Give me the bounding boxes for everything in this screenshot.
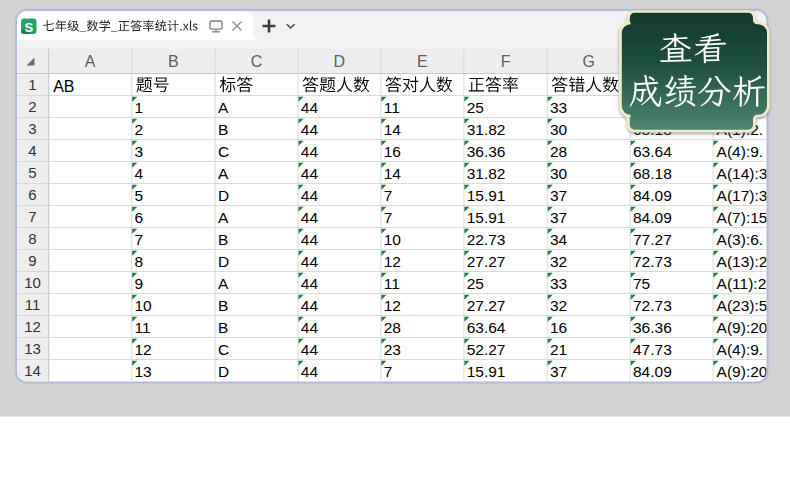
svg-text:A(11):2: A(11):2 bbox=[717, 275, 767, 292]
svg-text:36.36: 36.36 bbox=[467, 143, 506, 160]
svg-text:C: C bbox=[218, 143, 229, 160]
svg-text:34: 34 bbox=[550, 231, 568, 248]
svg-text:10: 10 bbox=[384, 231, 402, 248]
svg-text:A: A bbox=[218, 99, 229, 116]
svg-text:16: 16 bbox=[550, 319, 567, 336]
svg-text:68.18: 68.18 bbox=[633, 165, 672, 182]
svg-text:23: 23 bbox=[384, 341, 401, 358]
svg-text:7: 7 bbox=[135, 231, 144, 248]
svg-text:D: D bbox=[218, 187, 229, 204]
svg-text:28: 28 bbox=[384, 319, 401, 336]
svg-text:12: 12 bbox=[135, 341, 152, 358]
svg-text:B: B bbox=[218, 121, 228, 138]
svg-text:33: 33 bbox=[550, 275, 567, 292]
svg-text:13: 13 bbox=[24, 340, 41, 357]
svg-text:33: 33 bbox=[550, 99, 567, 116]
svg-text:A(23):5: A(23):5 bbox=[717, 297, 768, 314]
svg-text:37: 37 bbox=[550, 187, 567, 204]
svg-text:7: 7 bbox=[384, 187, 393, 204]
svg-text:15.91: 15.91 bbox=[467, 363, 506, 380]
svg-text:3: 3 bbox=[135, 143, 144, 160]
svg-text:16: 16 bbox=[384, 143, 401, 160]
svg-text:3: 3 bbox=[28, 120, 36, 137]
svg-text:44: 44 bbox=[301, 143, 319, 160]
svg-text:12: 12 bbox=[384, 297, 401, 314]
svg-text:77.27: 77.27 bbox=[633, 231, 672, 248]
svg-text:D: D bbox=[334, 53, 346, 70]
svg-text:1: 1 bbox=[28, 76, 36, 93]
svg-text:A(9):20: A(9):20 bbox=[717, 319, 768, 336]
svg-text:6: 6 bbox=[135, 209, 144, 226]
svg-text:37: 37 bbox=[550, 363, 567, 380]
svg-text:47.73: 47.73 bbox=[633, 341, 672, 358]
svg-text:10: 10 bbox=[135, 297, 153, 314]
svg-text:72.73: 72.73 bbox=[633, 297, 672, 314]
svg-text:A(4):9.: A(4):9. bbox=[717, 341, 764, 358]
svg-text:4: 4 bbox=[135, 165, 144, 182]
svg-text:44: 44 bbox=[301, 363, 319, 380]
svg-text:25: 25 bbox=[467, 99, 484, 116]
svg-text:75: 75 bbox=[633, 275, 650, 292]
svg-text:21: 21 bbox=[550, 341, 567, 358]
svg-text:84.09: 84.09 bbox=[633, 363, 672, 380]
svg-text:44: 44 bbox=[301, 341, 319, 358]
svg-text:63.64: 63.64 bbox=[633, 143, 672, 160]
svg-text:6: 6 bbox=[28, 186, 36, 203]
svg-text:4: 4 bbox=[28, 142, 36, 159]
svg-text:52.27: 52.27 bbox=[467, 341, 506, 358]
svg-text:8: 8 bbox=[28, 230, 36, 247]
svg-text:A: A bbox=[218, 275, 229, 292]
svg-text:B: B bbox=[218, 319, 228, 336]
svg-text:A: A bbox=[85, 53, 96, 70]
svg-text:63.64: 63.64 bbox=[467, 319, 506, 336]
svg-text:22.73: 22.73 bbox=[467, 231, 506, 248]
svg-text:11: 11 bbox=[25, 296, 41, 313]
svg-text:7: 7 bbox=[384, 209, 393, 226]
svg-text:44: 44 bbox=[301, 99, 319, 116]
svg-text:27.27: 27.27 bbox=[467, 297, 506, 314]
svg-text:9: 9 bbox=[135, 275, 144, 292]
svg-text:C: C bbox=[251, 53, 263, 70]
svg-text:A: A bbox=[218, 209, 229, 226]
svg-text:44: 44 bbox=[301, 165, 319, 182]
svg-text:2: 2 bbox=[28, 98, 36, 115]
svg-text:44: 44 bbox=[301, 275, 319, 292]
svg-text:84.09: 84.09 bbox=[633, 209, 672, 226]
svg-text:11: 11 bbox=[384, 99, 400, 116]
svg-text:44: 44 bbox=[301, 319, 319, 336]
svg-text:30: 30 bbox=[550, 165, 568, 182]
svg-text:C: C bbox=[218, 341, 229, 358]
svg-text:13: 13 bbox=[135, 363, 152, 380]
svg-text:AB: AB bbox=[53, 78, 74, 95]
svg-text:44: 44 bbox=[301, 231, 319, 248]
svg-text:8: 8 bbox=[135, 253, 144, 270]
svg-text:D: D bbox=[218, 253, 229, 270]
svg-text:A(3):6.: A(3):6. bbox=[717, 231, 764, 248]
svg-text:36.36: 36.36 bbox=[633, 319, 672, 336]
svg-text:11: 11 bbox=[384, 275, 400, 292]
svg-text:A(9):20: A(9):20 bbox=[717, 363, 768, 380]
svg-text:31.82: 31.82 bbox=[467, 121, 506, 138]
svg-text:9: 9 bbox=[28, 252, 36, 269]
svg-text:31.82: 31.82 bbox=[467, 165, 506, 182]
svg-text:32: 32 bbox=[550, 297, 567, 314]
svg-text:12: 12 bbox=[24, 318, 41, 335]
svg-text:E: E bbox=[417, 53, 428, 70]
svg-text:7: 7 bbox=[28, 208, 36, 225]
svg-text:1: 1 bbox=[135, 99, 144, 116]
svg-text:28: 28 bbox=[550, 143, 567, 160]
svg-text:A(13):2: A(13):2 bbox=[717, 253, 768, 270]
svg-text:D: D bbox=[218, 363, 229, 380]
svg-text:44: 44 bbox=[301, 187, 319, 204]
svg-text:44: 44 bbox=[301, 121, 319, 138]
svg-text:A(7):15: A(7):15 bbox=[717, 209, 768, 226]
svg-text:G: G bbox=[582, 53, 594, 70]
svg-text:7: 7 bbox=[384, 363, 393, 380]
svg-text:84.09: 84.09 bbox=[633, 187, 672, 204]
svg-text:A(17):3: A(17):3 bbox=[717, 187, 768, 204]
svg-text:F: F bbox=[501, 53, 511, 70]
svg-text:5: 5 bbox=[135, 187, 144, 204]
svg-text:37: 37 bbox=[550, 209, 567, 226]
svg-text:B: B bbox=[218, 231, 228, 248]
svg-text:44: 44 bbox=[301, 209, 319, 226]
